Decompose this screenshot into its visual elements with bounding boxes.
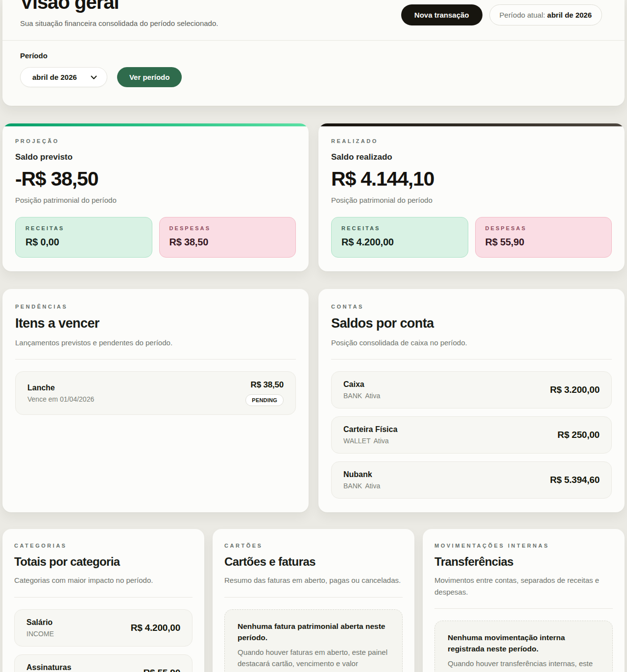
categories-card: CATEGORIAS Totais por categoria Categori… xyxy=(2,529,204,672)
realized-income-box: RECEITAS R$ 4.200,00 xyxy=(331,217,468,258)
account-info: Carteira Física WALLETAtiva xyxy=(343,425,397,445)
projection-accent-bar xyxy=(2,123,309,126)
category-name: Assinaturas xyxy=(26,663,72,672)
account-name: Carteira Física xyxy=(343,425,397,434)
new-transaction-button[interactable]: Nova transação xyxy=(401,4,482,25)
realized-amount: R$ 4.144,10 xyxy=(331,168,612,191)
page-title: Visão geral xyxy=(20,0,218,13)
period-select-value: abril de 2026 xyxy=(32,73,77,81)
projection-stats: RECEITAS R$ 0,00 DESPESAS R$ 38,50 xyxy=(15,217,296,258)
current-period-chip: Período atual: abril de 2026 xyxy=(489,4,602,25)
realized-title: Saldo realizado xyxy=(331,152,612,162)
category-info: Assinaturas EXPENSE xyxy=(26,663,72,672)
income-value: R$ 4.200,00 xyxy=(341,237,458,248)
period-select[interactable]: abril de 2026 xyxy=(20,67,107,87)
invoices-kicker: CARTÕES xyxy=(224,543,403,549)
header-actions: Nova transação Período atual: abril de 2… xyxy=(401,4,602,25)
income-label: RECEITAS xyxy=(341,225,458,231)
status-badge: PENDING xyxy=(245,394,284,406)
projection-income-box: RECEITAS R$ 0,00 xyxy=(15,217,152,258)
page-subtitle: Sua situação financeira consolidada do p… xyxy=(20,19,218,27)
projection-title: Saldo previsto xyxy=(15,152,296,162)
invoices-empty-state: Nenhuma fatura patrimonial aberta neste … xyxy=(224,609,403,672)
projection-kicker: PROJEÇÃO xyxy=(15,138,296,144)
empty-state-body: Quando houver transferências internas, e… xyxy=(448,658,600,672)
category-type: INCOME xyxy=(26,630,54,638)
category-info: Salário INCOME xyxy=(26,618,54,638)
pending-item-right: R$ 38,50 PENDING xyxy=(245,380,284,406)
category-row: Salário INCOME R$ 4.200,00 xyxy=(14,609,193,647)
account-row: Nubank BANKAtiva R$ 5.394,60 xyxy=(331,461,612,499)
account-row: Caixa BANKAtiva R$ 3.200,00 xyxy=(331,371,612,408)
bottom-row: CATEGORIAS Totais por categoria Categori… xyxy=(2,529,625,672)
account-meta: WALLETAtiva xyxy=(343,437,397,445)
pending-subtitle: Lançamentos previstos e pendentes do per… xyxy=(15,337,296,348)
transfers-card: MOVIMENTAÇÕES INTERNAS Transferências Mo… xyxy=(423,529,625,672)
divider xyxy=(14,597,193,598)
account-balance: R$ 5.394,60 xyxy=(550,475,600,485)
current-period-label: Período atual: xyxy=(500,11,545,19)
realized-card: REALIZADO Saldo realizado R$ 4.144,10 Po… xyxy=(318,123,625,271)
account-type: BANK xyxy=(343,482,362,490)
invoices-subtitle: Resumo das faturas em aberto, pagas ou c… xyxy=(224,575,403,586)
invoices-card: CARTÕES Cartões e faturas Resumo das fat… xyxy=(213,529,414,672)
details-row: PENDÊNCIAS Itens a vencer Lançamentos pr… xyxy=(2,289,625,512)
realized-expense-box: DESPESAS R$ 55,90 xyxy=(475,217,612,258)
divider xyxy=(15,359,296,360)
categories-list: Salário INCOME R$ 4.200,00 Assinaturas E… xyxy=(14,609,193,672)
category-total: R$ 55,90 xyxy=(143,668,180,672)
income-label: RECEITAS xyxy=(25,225,142,231)
divider xyxy=(331,359,612,360)
period-filter-label: Período xyxy=(20,51,607,60)
accounts-title: Saldos por conta xyxy=(331,316,612,331)
account-balance: R$ 3.200,00 xyxy=(550,384,600,395)
account-name: Nubank xyxy=(343,470,380,479)
divider xyxy=(224,597,403,598)
pending-kicker: PENDÊNCIAS xyxy=(15,304,296,310)
transfers-subtitle: Movimentos entre contas, separados de re… xyxy=(434,575,613,598)
accounts-kicker: CONTAS xyxy=(331,304,612,310)
account-info: Caixa BANKAtiva xyxy=(343,380,380,400)
projection-amount: -R$ 38,50 xyxy=(15,168,296,191)
account-name: Caixa xyxy=(343,380,380,389)
expense-value: R$ 55,90 xyxy=(485,237,602,248)
header-top: Visão geral Sua situação financeira cons… xyxy=(2,0,625,40)
empty-state-title: Nenhuma fatura patrimonial aberta neste … xyxy=(238,621,389,644)
pending-item-due: Vence em 01/04/2026 xyxy=(27,395,94,403)
account-meta: BANKAtiva xyxy=(343,482,380,490)
expense-label: DESPESAS xyxy=(485,225,602,231)
header-titles: Visão geral Sua situação financeira cons… xyxy=(20,0,218,27)
realized-kicker: REALIZADO xyxy=(331,138,612,144)
pending-item-value: R$ 38,50 xyxy=(251,380,284,390)
expense-value: R$ 38,50 xyxy=(169,237,286,248)
current-period-value: abril de 2026 xyxy=(547,11,592,19)
categories-subtitle: Categorias com maior impacto no período. xyxy=(14,575,193,586)
projection-expense-box: DESPESAS R$ 38,50 xyxy=(159,217,296,258)
empty-state-body: Quando houver faturas em aberto, este pa… xyxy=(238,647,389,672)
income-value: R$ 0,00 xyxy=(25,237,142,248)
accounts-list: Caixa BANKAtiva R$ 3.200,00 Carteira Fís… xyxy=(331,371,612,499)
divider xyxy=(434,608,613,609)
account-type: BANK xyxy=(343,392,362,400)
period-filter-row: abril de 2026 Ver período xyxy=(20,67,607,87)
projection-caption: Posição patrimonial do período xyxy=(15,196,296,204)
pending-item-name: Lanche xyxy=(27,384,94,392)
account-meta: BANKAtiva xyxy=(343,392,380,400)
transfers-title: Transferências xyxy=(434,555,613,569)
categories-kicker: CATEGORIAS xyxy=(14,543,193,549)
account-status: Ativa xyxy=(374,437,389,445)
view-period-button[interactable]: Ver período xyxy=(117,67,182,87)
account-balance: R$ 250,00 xyxy=(557,430,600,440)
realized-caption: Posição patrimonial do período xyxy=(331,196,612,204)
category-total: R$ 4.200,00 xyxy=(131,623,180,633)
pending-title: Itens a vencer xyxy=(15,316,296,331)
invoices-title: Cartões e faturas xyxy=(224,555,403,569)
account-status: Ativa xyxy=(365,482,380,490)
account-type: WALLET xyxy=(343,437,371,445)
summary-row: PROJEÇÃO Saldo previsto -R$ 38,50 Posiçã… xyxy=(2,123,625,271)
category-name: Salário xyxy=(26,618,54,627)
pending-card: PENDÊNCIAS Itens a vencer Lançamentos pr… xyxy=(2,289,309,512)
period-filter-section: Período abril de 2026 Ver período xyxy=(2,40,625,106)
account-info: Nubank BANKAtiva xyxy=(343,470,380,490)
transfers-kicker: MOVIMENTAÇÕES INTERNAS xyxy=(434,543,613,549)
